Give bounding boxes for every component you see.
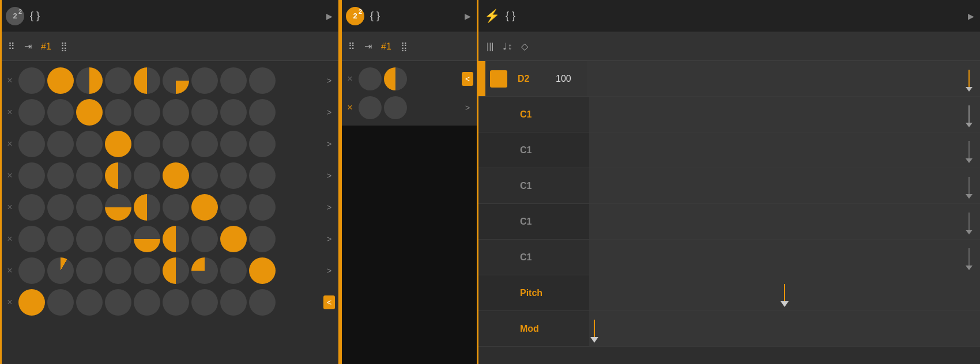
panel1-logo-icon[interactable]: 2	[6, 7, 24, 25]
step-8-3[interactable]	[76, 289, 103, 316]
step-6-6[interactable]	[163, 226, 189, 252]
panel1-braces-icon[interactable]: { }	[30, 10, 40, 22]
seq-arrow-8[interactable]: <	[323, 295, 335, 309]
step-5-3[interactable]	[76, 194, 103, 221]
step-7-3[interactable]	[76, 257, 103, 284]
step-2-7[interactable]	[191, 99, 218, 126]
panel2-step-1-2[interactable]	[384, 67, 407, 90]
step-7-7[interactable]	[191, 257, 218, 284]
seq-arrow-6[interactable]: >	[323, 234, 335, 244]
step-8-4[interactable]	[105, 289, 131, 316]
step-1-1[interactable]	[18, 67, 45, 94]
step-4-4[interactable]	[105, 162, 131, 189]
panel3-music-icon[interactable]: ♩↕	[500, 40, 514, 53]
panel2-step-2-1[interactable]	[359, 96, 382, 119]
step-8-2[interactable]	[47, 289, 74, 316]
step-4-8[interactable]	[220, 162, 247, 189]
seq-mute-3[interactable]: ×	[3, 139, 16, 149]
step-3-2[interactable]	[47, 131, 74, 157]
step-1-6[interactable]	[163, 67, 189, 94]
step-3-1[interactable]	[18, 131, 45, 157]
panel2-play-icon[interactable]: ▶	[465, 12, 471, 21]
step-8-7[interactable]	[191, 289, 218, 316]
step-6-8[interactable]	[220, 226, 247, 252]
note-value-d2[interactable]: 100	[552, 74, 587, 84]
step-7-8[interactable]	[220, 257, 247, 284]
step-5-9[interactable]	[249, 194, 276, 221]
step-1-4[interactable]	[105, 67, 131, 94]
panel2-step-2-2[interactable]	[384, 96, 407, 119]
seq-mute-8[interactable]: ×	[3, 297, 16, 308]
step-2-5[interactable]	[134, 99, 160, 126]
step-2-8[interactable]	[220, 99, 247, 126]
step-6-7[interactable]	[191, 226, 218, 252]
step-1-9[interactable]	[249, 67, 276, 94]
step-5-7[interactable]	[191, 194, 218, 221]
step-1-8[interactable]	[220, 67, 247, 94]
step-7-6[interactable]	[163, 257, 189, 284]
step-3-9[interactable]	[249, 131, 276, 157]
seq-mute-7[interactable]: ×	[3, 266, 16, 276]
step-3-3[interactable]	[76, 131, 103, 157]
step-7-9[interactable]	[249, 257, 276, 284]
seq-mute-4[interactable]: ×	[3, 170, 16, 181]
panel2-step-1-1[interactable]	[359, 67, 382, 90]
note-bar-c1-4[interactable]	[589, 204, 980, 239]
step-3-8[interactable]	[220, 131, 247, 157]
step-6-9[interactable]	[249, 226, 276, 252]
panel1-hash-num[interactable]: #1	[39, 40, 54, 53]
panel1-arrow-in-icon[interactable]: ⇥	[22, 40, 34, 53]
panel1-expand-icon[interactable]: ⣿	[58, 40, 70, 53]
seq-arrow-7[interactable]: >	[323, 266, 335, 275]
step-8-1[interactable]	[18, 289, 45, 316]
step-2-1[interactable]	[18, 99, 45, 126]
panel2-grid-icon[interactable]: ⠿	[346, 40, 357, 53]
panel2-expand-icon[interactable]: ⣿	[398, 40, 410, 53]
step-2-9[interactable]	[249, 99, 276, 126]
step-1-3[interactable]	[76, 67, 103, 94]
step-6-2[interactable]	[47, 226, 74, 252]
step-4-6[interactable]	[163, 162, 189, 189]
step-4-5[interactable]	[134, 162, 160, 189]
note-bar-mod[interactable]	[589, 311, 980, 346]
step-4-3[interactable]	[76, 162, 103, 189]
step-7-5[interactable]	[134, 257, 160, 284]
step-6-3[interactable]	[76, 226, 103, 252]
seq-arrow-1[interactable]: >	[323, 76, 335, 85]
step-4-7[interactable]	[191, 162, 218, 189]
note-bar-c1-1[interactable]	[589, 97, 980, 132]
note-bar-d2[interactable]	[587, 61, 980, 96]
step-1-5[interactable]	[134, 67, 160, 94]
step-5-4[interactable]	[105, 194, 131, 221]
seq-arrow-5[interactable]: >	[323, 203, 335, 212]
panel3-diamond-icon[interactable]: ◇	[519, 40, 530, 53]
note-bar-c1-3[interactable]	[589, 168, 980, 203]
step-2-3[interactable]	[76, 99, 103, 126]
panel2-hash-num[interactable]: #1	[379, 40, 394, 53]
step-3-4[interactable]	[105, 131, 131, 157]
step-6-4[interactable]	[105, 226, 131, 252]
step-7-4[interactable]	[105, 257, 131, 284]
step-8-5[interactable]	[134, 289, 160, 316]
step-7-2[interactable]	[47, 257, 74, 284]
step-5-1[interactable]	[18, 194, 45, 221]
step-3-6[interactable]	[163, 131, 189, 157]
seq-arrow-3[interactable]: >	[323, 139, 335, 149]
seq-arrow-4[interactable]: >	[323, 171, 335, 180]
seq-mute-5[interactable]: ×	[3, 202, 16, 213]
step-8-6[interactable]	[163, 289, 189, 316]
panel1-grid-icon[interactable]: ⠿	[6, 40, 17, 53]
step-5-2[interactable]	[47, 194, 74, 221]
panel2-mute-2[interactable]: ×	[344, 103, 356, 113]
note-bar-c1-2[interactable]	[589, 132, 980, 168]
step-8-8[interactable]	[220, 289, 247, 316]
panel2-braces-icon[interactable]: { }	[370, 10, 380, 22]
step-2-4[interactable]	[105, 99, 131, 126]
step-2-6[interactable]	[163, 99, 189, 126]
seq-mute-1[interactable]: ×	[3, 75, 16, 86]
step-4-9[interactable]	[249, 162, 276, 189]
step-1-2[interactable]	[47, 67, 74, 94]
step-1-7[interactable]	[191, 67, 218, 94]
step-6-1[interactable]	[18, 226, 45, 252]
step-8-9[interactable]	[249, 289, 276, 316]
